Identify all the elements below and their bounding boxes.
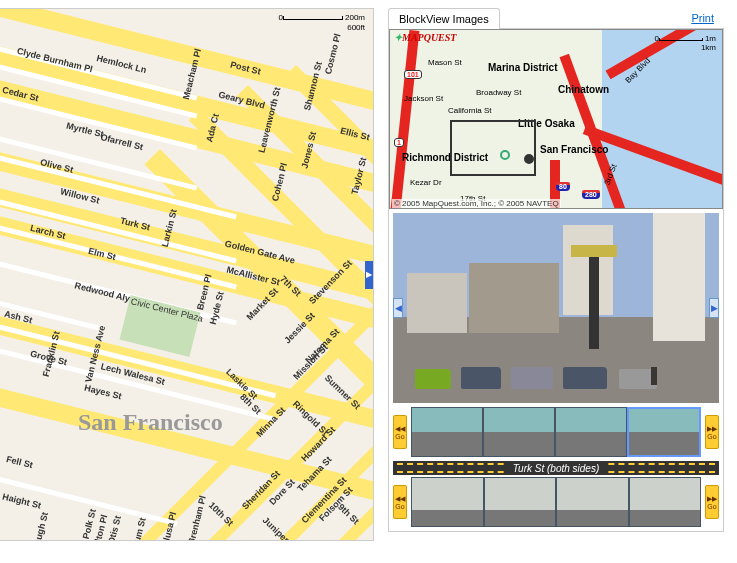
strip-scroll-right[interactable]: ▶▶Go <box>705 415 719 449</box>
map-canvas[interactable]: Post St Geary Blvd Ofarrell St Turk St G… <box>0 9 373 540</box>
street-label: 10th St <box>207 500 236 528</box>
street-label: Redwood Aly <box>74 280 131 303</box>
street-label: Gough St <box>30 511 50 541</box>
building <box>653 213 705 341</box>
overview-scale: 01m 1km <box>654 34 716 52</box>
next-photo-button[interactable]: ▶ <box>709 298 719 318</box>
water <box>602 30 722 209</box>
district-label: Marina District <box>488 62 557 73</box>
pedestrian <box>651 367 657 385</box>
thumbnail[interactable] <box>411 407 483 457</box>
print-link[interactable]: Print <box>691 12 714 24</box>
copyright: © 2005 MapQuest.com, Inc.; © 2005 NAVTEQ <box>392 199 561 208</box>
car <box>563 367 607 389</box>
thumbnail[interactable] <box>411 477 484 527</box>
main-map[interactable]: Post St Geary Blvd Ofarrell St Turk St G… <box>0 8 374 541</box>
street-photo[interactable] <box>407 213 705 403</box>
thumbnail-strip-top: ◀◀Go ▶▶Go <box>393 407 719 457</box>
building <box>469 263 559 333</box>
sign <box>571 245 617 257</box>
sign-pole <box>589 249 599 349</box>
car <box>415 369 451 389</box>
car <box>461 367 501 389</box>
thumbnail-strip-bottom: ◀◀Go ▶▶Go <box>393 477 719 527</box>
mapquest-logo: ✦MAPQUEST <box>394 32 456 43</box>
street-label: Fell St <box>5 454 34 470</box>
building <box>407 273 467 333</box>
interstate-shield: 280 <box>582 190 600 199</box>
street-label: Cosmo Pl <box>323 33 343 76</box>
strip-scroll-right[interactable]: ▶▶Go <box>705 485 719 519</box>
road-divider: Turk St (both sides) <box>393 461 719 475</box>
district-label: Chinatown <box>558 84 609 95</box>
street-label: Haight St <box>1 491 42 510</box>
street-label: Mason St <box>428 58 462 67</box>
blockview-main: ◀ ▶ <box>393 213 719 403</box>
car <box>511 367 553 389</box>
street-label: Hayes St <box>83 383 122 402</box>
location-pin <box>500 150 510 160</box>
thumbnail[interactable] <box>629 477 702 527</box>
location-pin <box>524 154 534 164</box>
street-label: California St <box>448 106 492 115</box>
interstate-shield: 80 <box>556 182 570 191</box>
building <box>563 225 613 315</box>
overview-map[interactable]: ✦MAPQUEST 01m 1km Marina District Chinat… <box>389 29 723 209</box>
prev-photo-button[interactable]: ◀ <box>393 298 403 318</box>
map-scale: 0200m 600ft <box>279 13 365 33</box>
strip-scroll-left[interactable]: ◀◀Go <box>393 415 407 449</box>
thumbnail[interactable] <box>556 477 629 527</box>
strip-scroll-left[interactable]: ◀◀Go <box>393 485 407 519</box>
highway-shield: 1 <box>394 138 404 147</box>
highway-shield: 101 <box>404 70 422 79</box>
city-label: San Francisco <box>540 144 608 155</box>
street-label: Broadway St <box>476 88 521 97</box>
expand-map-button[interactable]: ▶ <box>365 261 373 289</box>
tabs-bar: BlockView Images <box>388 8 724 29</box>
street-label: Kezar Dr <box>410 178 442 187</box>
thumbnail[interactable] <box>555 407 627 457</box>
tab-blockview[interactable]: BlockView Images <box>388 8 500 29</box>
street-label: 9th St <box>336 502 361 527</box>
thumbnail[interactable] <box>483 407 555 457</box>
street-label: Jackson St <box>404 94 443 103</box>
thumbnail[interactable] <box>484 477 557 527</box>
thumbnail-active[interactable] <box>627 407 701 457</box>
viewport-rect[interactable] <box>450 120 536 176</box>
